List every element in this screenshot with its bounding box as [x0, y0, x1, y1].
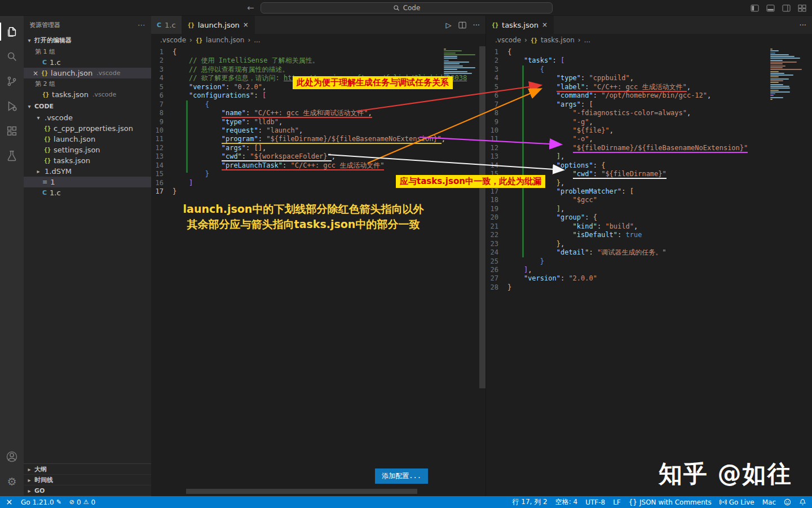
- code-line[interactable]: 10 "request": "launch",: [151, 126, 486, 135]
- minimap[interactable]: [770, 49, 803, 100]
- notifications-item[interactable]: [799, 498, 806, 506]
- code-line[interactable]: 4 "type": "cppbuild",: [486, 74, 812, 82]
- code-line[interactable]: 7 "args": [: [486, 100, 812, 109]
- code-line[interactable]: 19 ],: [486, 205, 812, 213]
- settings-gear-icon[interactable]: ⚙: [0, 469, 24, 494]
- code-line[interactable]: 13 ],: [486, 152, 812, 161]
- code-line[interactable]: 25 }: [486, 257, 812, 266]
- open-editor-1c[interactable]: C 1.c: [24, 57, 151, 68]
- code-line[interactable]: 2 "tasks": [: [486, 56, 812, 65]
- project-section[interactable]: ▾ CODE: [24, 100, 151, 112]
- code-line[interactable]: 11 "program": "${fileDirname}/${fileBase…: [151, 135, 486, 143]
- explorer-icon[interactable]: [0, 19, 24, 44]
- code-line[interactable]: 26 ],: [486, 266, 812, 274]
- code-line[interactable]: 18 "$gcc": [486, 196, 812, 204]
- code-line[interactable]: 14 "preLaunchTask": "C/C++: gcc 生成活动文件": [151, 161, 486, 170]
- vertical-scrollbar[interactable]: [479, 46, 486, 388]
- go-section[interactable]: ▸ GO: [24, 485, 151, 496]
- encoding-item[interactable]: UTF-8: [585, 498, 605, 506]
- horizontal-scrollbar[interactable]: [186, 489, 417, 494]
- code-line[interactable]: 9 "type": "lldb",: [151, 118, 486, 126]
- toggle-secondary-sidebar-icon[interactable]: [782, 5, 791, 12]
- code-line[interactable]: 12 "args": [],: [151, 144, 486, 152]
- go-version-item[interactable]: Go 1.21.0 ✎: [21, 498, 61, 506]
- eol-item[interactable]: LF: [613, 498, 621, 506]
- tree-folder-vscode[interactable]: ▾ .vscode: [24, 112, 151, 123]
- testing-icon[interactable]: [0, 143, 24, 168]
- code-line[interactable]: 20 "group": {: [486, 213, 812, 222]
- go-live-item[interactable]: Go Live: [720, 498, 754, 506]
- tree-file-1[interactable]: ≡ 1: [24, 177, 151, 187]
- os-item[interactable]: Mac: [762, 498, 776, 506]
- tree-file-tasks-json[interactable]: {} tasks.json: [24, 155, 151, 166]
- tree-file-launch-json[interactable]: {} launch.json: [24, 134, 151, 144]
- customize-layout-icon[interactable]: [798, 5, 806, 12]
- breadcrumb-symbol[interactable]: ...: [254, 36, 260, 44]
- open-editor-tasks-json[interactable]: {} tasks.json .vscode: [24, 89, 151, 100]
- breadcrumb-symbol[interactable]: ...: [584, 36, 590, 44]
- run-debug-icon[interactable]: [0, 94, 24, 119]
- code-line[interactable]: 12 "${fileDirname}/${fileBasenameNoExten…: [486, 144, 812, 152]
- more-actions-icon[interactable]: ···: [473, 21, 480, 29]
- more-actions-icon[interactable]: ···: [800, 21, 806, 29]
- minimap[interactable]: [444, 49, 476, 80]
- tab-1c[interactable]: C 1.c: [151, 16, 182, 34]
- add-configuration-button[interactable]: 添加配置...: [375, 468, 428, 484]
- code-editor-launch-json[interactable]: 1{2 // 使用 IntelliSense 了解相关属性。3 // 悬停以查看…: [151, 46, 486, 496]
- code-line[interactable]: 13 "cwd": "${workspaceFolder}",: [151, 152, 486, 161]
- code-line[interactable]: 28}: [486, 283, 812, 292]
- open-editor-launch-json[interactable]: × {} launch.json .vscode: [24, 68, 151, 78]
- code-line[interactable]: 21 "kind": "build",: [486, 222, 812, 231]
- indentation-item[interactable]: 空格: 4: [555, 497, 578, 507]
- breadcrumb-file[interactable]: launch.json: [206, 36, 244, 44]
- code-line[interactable]: 1{: [151, 48, 486, 56]
- problems-item[interactable]: ⊘ 0 ⚠ 0: [69, 498, 95, 506]
- open-editors-section[interactable]: ▾ 打开的编辑器: [24, 34, 151, 46]
- toggle-sidebar-icon[interactable]: [751, 5, 759, 12]
- tab-tasks-json[interactable]: {} tasks.json ×: [486, 16, 554, 34]
- code-line[interactable]: 2 // 使用 IntelliSense 了解相关属性。: [151, 56, 486, 65]
- breadcrumb-file[interactable]: tasks.json: [541, 36, 575, 44]
- extensions-icon[interactable]: [0, 119, 24, 143]
- search-activity-icon[interactable]: [0, 44, 24, 69]
- remote-indicator[interactable]: [6, 498, 13, 506]
- sidebar-more-actions-icon[interactable]: ···: [138, 21, 146, 29]
- code-line[interactable]: 27 "version": "2.0.0": [486, 274, 812, 283]
- breadcrumb-folder[interactable]: .vscode: [160, 36, 186, 44]
- code-line[interactable]: 23 },: [486, 240, 812, 248]
- close-icon[interactable]: ×: [243, 21, 249, 29]
- outline-section[interactable]: ▸ 大纲: [24, 464, 151, 475]
- breadcrumb-folder[interactable]: .vscode: [495, 36, 521, 44]
- code-line[interactable]: 6 "command": "/opt/homebrew/bin/gcc-12",: [486, 91, 812, 100]
- cursor-position-item[interactable]: 行 17, 列 2: [512, 497, 547, 507]
- code-line[interactable]: 7 {: [151, 100, 486, 109]
- tab-launch-json[interactable]: {} launch.json ×: [182, 16, 255, 34]
- tree-file-c-cpp-properties[interactable]: {} c_cpp_properties.json: [24, 123, 151, 134]
- feedback-item[interactable]: [784, 498, 791, 506]
- account-icon[interactable]: [0, 444, 24, 469]
- code-line[interactable]: 3 // 悬停以查看现有属性的描述。: [151, 65, 486, 74]
- timeline-section[interactable]: ▸ 时间线: [24, 475, 151, 485]
- split-editor-icon[interactable]: [458, 21, 466, 29]
- tree-file-settings-json[interactable]: {} settings.json: [24, 144, 151, 155]
- language-mode-item[interactable]: {} JSON with Comments: [629, 498, 712, 506]
- code-line[interactable]: 8 "name": "C/C++: gcc 生成和调试活动文件",: [151, 109, 486, 117]
- code-line[interactable]: 10 "${file}",: [486, 126, 812, 135]
- code-line[interactable]: 24 "detail": "调试器生成的任务。": [486, 248, 812, 257]
- code-line[interactable]: 6 "configurations": [: [151, 91, 486, 100]
- command-center-search[interactable]: Code: [261, 2, 553, 14]
- toggle-panel-icon[interactable]: [766, 5, 775, 12]
- nav-back-button[interactable]: ←: [247, 3, 254, 13]
- code-line[interactable]: 11 "-o",: [486, 135, 812, 143]
- code-line[interactable]: 22 "isDefault": true: [486, 231, 812, 239]
- code-line[interactable]: 3 {: [486, 65, 812, 74]
- close-icon[interactable]: ×: [33, 69, 38, 77]
- close-icon[interactable]: ×: [542, 21, 548, 29]
- tree-file-1c[interactable]: C 1.c: [24, 187, 151, 198]
- tree-folder-1dsym[interactable]: ▸ 1.dSYM: [24, 166, 151, 177]
- code-line[interactable]: 5 "label": "C/C++: gcc 生成活动文件",: [486, 83, 812, 91]
- code-line[interactable]: 1{: [486, 48, 812, 56]
- code-line[interactable]: 17 "problemMatcher": [: [486, 187, 812, 196]
- code-line[interactable]: 9 "-g",: [486, 118, 812, 126]
- code-line[interactable]: 8 "-fdiagnostics-color=always",: [486, 109, 812, 117]
